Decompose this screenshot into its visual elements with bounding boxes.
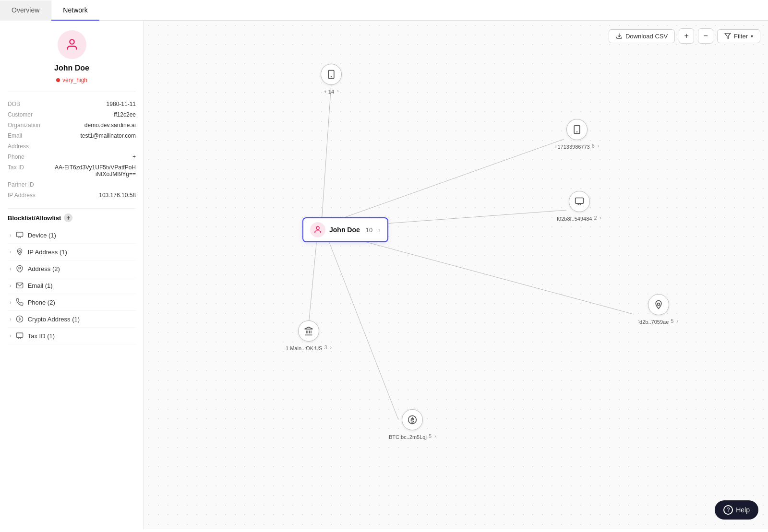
info-row-phone: Phone + bbox=[8, 152, 136, 162]
add-blocklist-button[interactable]: + bbox=[64, 213, 72, 222]
crypto-label: BTC:bc..2m5Lqj bbox=[389, 434, 427, 440]
graph-area: Download CSV + − Filter ▾ John bbox=[144, 21, 768, 529]
expand-item-crypto-label: Crypto Address (1) bbox=[28, 316, 80, 323]
graph-toolbar: Download CSV + − Filter ▾ bbox=[609, 28, 760, 44]
expand-item-phone-label: Phone (2) bbox=[28, 299, 55, 306]
expand-item-email-label: Email (1) bbox=[28, 282, 53, 289]
address-circle bbox=[648, 294, 669, 315]
chevron-right-icon: › bbox=[10, 316, 12, 322]
expand-item-taxid-label: Tax ID (1) bbox=[28, 332, 55, 340]
download-icon bbox=[616, 33, 623, 39]
chevron-right-icon: › bbox=[10, 333, 12, 339]
expand-item-address[interactable]: › Address (2) bbox=[8, 260, 136, 277]
phone-label: +17133986773 bbox=[554, 144, 590, 150]
node-address[interactable]: 'd2b..7059ae 5 › bbox=[638, 294, 678, 325]
central-node-name: John Doe bbox=[329, 226, 360, 234]
expand-item-phone[interactable]: › Phone (2) bbox=[8, 294, 136, 311]
monitor-icon bbox=[15, 231, 24, 239]
phone-icon bbox=[15, 298, 24, 307]
computer-label: f02b8f..549484 bbox=[557, 216, 592, 222]
info-row-customer: Customer ff12c2ee bbox=[8, 109, 136, 120]
bank-circle bbox=[298, 320, 319, 342]
device-top-arrow: › bbox=[337, 88, 339, 94]
expand-item-crypto[interactable]: › Crypto Address (1) bbox=[8, 311, 136, 328]
mail-icon bbox=[15, 281, 24, 290]
expand-item-email[interactable]: › Email (1) bbox=[8, 277, 136, 294]
tab-network[interactable]: Network bbox=[51, 0, 99, 21]
expand-item-ip[interactable]: › IP Address (1) bbox=[8, 244, 136, 260]
svg-point-21 bbox=[657, 303, 660, 306]
crypto-circle bbox=[402, 409, 423, 430]
address-arrow: › bbox=[676, 318, 678, 324]
info-table: DOB 1980-11-11 Customer ff12c2ee Organiz… bbox=[8, 99, 136, 201]
filter-icon bbox=[724, 33, 731, 39]
computer-label-row: f02b8f..549484 2 › bbox=[557, 214, 601, 222]
svg-point-0 bbox=[70, 40, 74, 44]
expand-item-address-label: Address (2) bbox=[28, 265, 60, 272]
zoom-in-button[interactable]: + bbox=[679, 28, 694, 44]
expand-item-taxid[interactable]: › Tax ID (1) bbox=[8, 328, 136, 344]
chevron-right-icon: › bbox=[10, 266, 12, 272]
node-device-top[interactable]: + 14 › bbox=[321, 64, 342, 95]
node-crypto[interactable]: BTC:bc..2m5Lqj 5 › bbox=[389, 409, 436, 440]
graph-background bbox=[144, 21, 768, 529]
central-node[interactable]: John Doe 10 › bbox=[302, 217, 388, 242]
avatar bbox=[58, 30, 86, 59]
filter-chevron-icon: ▾ bbox=[751, 34, 753, 39]
svg-marker-27 bbox=[305, 327, 313, 329]
node-phone[interactable]: +17133986773 6 › bbox=[554, 119, 600, 150]
svg-point-3 bbox=[19, 267, 21, 269]
download-csv-button[interactable]: Download CSV bbox=[609, 29, 675, 43]
phone-node-icon bbox=[572, 125, 582, 134]
monitor-icon bbox=[15, 331, 24, 340]
profile-section: John Doe very_high bbox=[8, 30, 136, 92]
device-top-circle bbox=[321, 64, 342, 85]
chevron-right-icon: › bbox=[10, 299, 12, 305]
computer-circle bbox=[569, 191, 590, 212]
crypto-count: 5 bbox=[429, 433, 432, 439]
svg-rect-1 bbox=[16, 232, 23, 236]
device-top-label: + 14 bbox=[324, 89, 334, 95]
info-row-email: Email test1@mailinator.com bbox=[8, 130, 136, 141]
blocklist-header: Blocklist/Allowlist + bbox=[8, 208, 136, 222]
map-pin-icon bbox=[15, 264, 24, 273]
dollar-circle-icon bbox=[15, 315, 24, 323]
phone-circle bbox=[566, 119, 588, 140]
node-computer[interactable]: f02b8f..549484 2 › bbox=[557, 191, 601, 222]
profile-name: John Doe bbox=[8, 64, 136, 72]
node-bank[interactable]: 1 Main..:OK:US 3 › bbox=[286, 320, 332, 351]
chevron-right-icon: › bbox=[10, 283, 12, 288]
device-top-icon bbox=[326, 70, 336, 79]
info-row-taxid: Tax ID AA-EiT6zd3Vy1UF5tvVPatfPoHiNtXoJM… bbox=[8, 162, 136, 179]
phone-label-row: +17133986773 6 › bbox=[554, 142, 600, 150]
risk-dot bbox=[56, 78, 60, 82]
central-avatar bbox=[310, 222, 325, 237]
computer-arrow: › bbox=[600, 215, 602, 221]
address-label-row: 'd2b..7059ae 5 › bbox=[638, 317, 678, 325]
info-row-org: Organization demo.dev.sardine.ai bbox=[8, 120, 136, 130]
address-map-icon bbox=[654, 300, 663, 309]
help-button[interactable]: ? Help bbox=[715, 500, 758, 520]
user-icon bbox=[313, 225, 322, 234]
expand-item-device[interactable]: › Device (1) bbox=[8, 227, 136, 244]
address-label: 'd2b..7059ae bbox=[638, 319, 669, 325]
info-row-ip: IP Address 103.176.10.58 bbox=[8, 190, 136, 201]
filter-button[interactable]: Filter ▾ bbox=[717, 29, 760, 43]
bank-icon bbox=[304, 326, 313, 336]
bank-count: 3 bbox=[324, 344, 327, 350]
svg-rect-6 bbox=[16, 333, 23, 337]
crypto-arrow: › bbox=[434, 433, 436, 439]
chevron-right-icon: › bbox=[10, 249, 12, 255]
computer-icon bbox=[575, 197, 584, 206]
expand-list: › Device (1) › IP Address (1) › bbox=[8, 227, 136, 344]
bank-arrow: › bbox=[330, 344, 332, 350]
risk-badge: very_high bbox=[56, 77, 87, 83]
tab-bar: Overview Network bbox=[0, 0, 768, 21]
chevron-right-icon: › bbox=[10, 232, 12, 238]
info-row-dob: DOB 1980-11-11 bbox=[8, 99, 136, 109]
tab-overview[interactable]: Overview bbox=[0, 0, 51, 21]
location-icon bbox=[15, 248, 24, 256]
info-row-address: Address bbox=[8, 141, 136, 152]
zoom-out-button[interactable]: − bbox=[698, 28, 713, 44]
central-node-count: 10 bbox=[366, 226, 372, 234]
